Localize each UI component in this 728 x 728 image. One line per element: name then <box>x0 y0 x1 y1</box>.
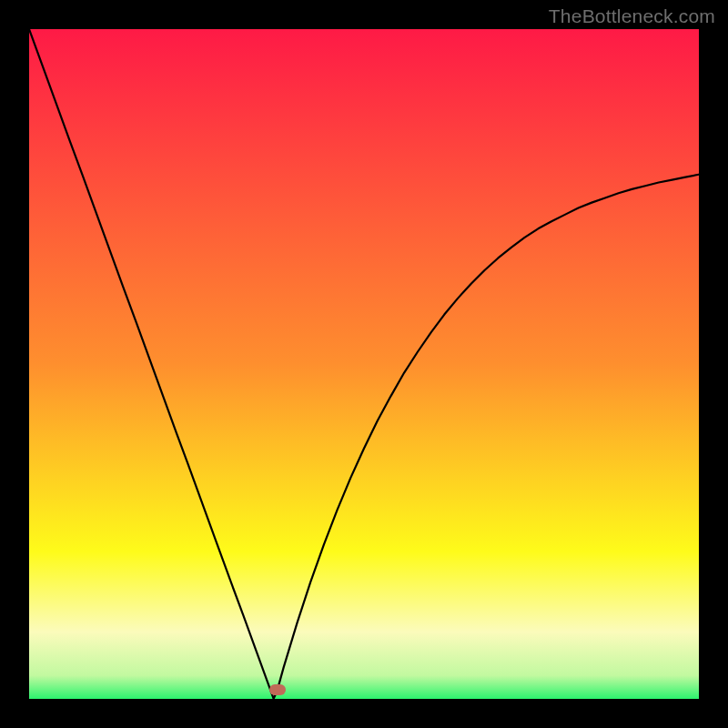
plot-area <box>29 29 699 699</box>
background-gradient <box>29 29 699 699</box>
chart-frame: TheBottleneck.com <box>0 0 728 728</box>
watermark-text: TheBottleneck.com <box>549 5 715 27</box>
svg-rect-0 <box>29 29 699 699</box>
